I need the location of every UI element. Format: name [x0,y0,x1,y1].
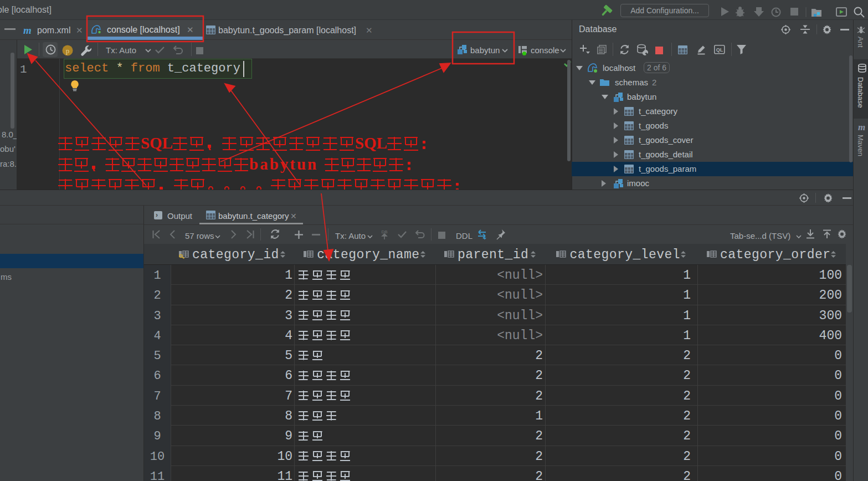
svg-text:QL: QL [716,47,723,53]
